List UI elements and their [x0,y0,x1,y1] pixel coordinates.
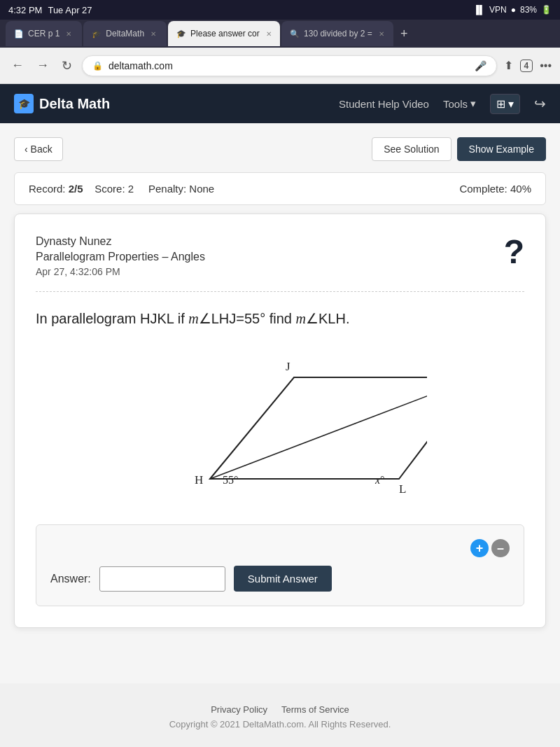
tab-130-close[interactable]: ✕ [377,29,386,39]
footer-links: Privacy Policy Terms of Service [14,704,546,715]
wifi-icon: ● [511,5,516,15]
signal-icon: ▐▌ [473,5,485,15]
tab-please-label: Please answer cor [190,29,260,39]
tab-130-icon: 🔍 [290,29,300,39]
angle-55: 55° [223,474,238,486]
label-j: J [286,360,290,373]
answer-label: Answer: [50,573,91,585]
tab-bar: 📄 CER p 1 ✕ 🎓 DeltaMath ✕ 🎓 Please answe… [0,20,560,48]
penalty-label: Penalty: [148,183,186,195]
tab-130[interactable]: 🔍 130 divided by 2 = ✕ [281,21,393,46]
status-bar: 4:32 PM Tue Apr 27 ▐▌ VPN ● 83% 🔋 [0,0,560,20]
student-date: Apr 27, 4:32:06 PM [36,266,205,277]
terms-of-service-link[interactable]: Terms of Service [281,704,349,715]
student-topic: Parallelogram Properties – Angles [36,251,205,263]
score-label: Score: [94,183,125,195]
battery-text: 83% [520,5,537,15]
angle-x: x° [374,474,385,486]
logout-button[interactable]: ↪ [534,95,546,112]
top-buttons-row: ‹ Back See Solution Show Example [14,137,546,161]
submit-answer-button[interactable]: Submit Answer [234,566,332,592]
complete-label: Complete: [459,183,507,195]
student-help-video-link[interactable]: Student Help Video [339,98,429,110]
address-input-container[interactable]: 🔒 deltamath.com 🎤 [82,55,497,76]
score-value: 2 [128,183,134,195]
share-button[interactable]: ⬆ [504,59,513,72]
complete-info: Complete: 40% [459,183,531,195]
student-info: Dynasty Nunez Parallelogram Properties –… [36,235,524,277]
divider [36,291,524,292]
student-details: Dynasty Nunez Parallelogram Properties –… [36,235,205,277]
label-h: H [195,473,203,487]
back-nav-button[interactable]: ← [8,55,27,76]
status-time: 4:32 PM [8,5,42,15]
deltamath-header: 🎓 Delta Math Student Help Video Tools ▾ … [0,84,560,123]
zoom-in-button[interactable]: + [470,539,489,557]
reload-button[interactable]: ↻ [59,55,75,76]
address-bar: ← → ↻ 🔒 deltamath.com 🎤 ⬆ 4 ••• [0,48,560,84]
logo-symbol: 🎓 [18,98,30,109]
record-bar: Record: 2/5 Score: 2 Penalty: None Compl… [14,172,546,205]
tab-cer-close[interactable]: ✕ [64,29,74,39]
address-icons: ⬆ 4 ••• [504,59,552,72]
tab-deltamath-close[interactable]: ✕ [148,29,158,39]
calculator-button[interactable]: ⊞ ▾ [490,94,520,114]
zoom-controls: + – [470,539,510,557]
parallelogram-shape [210,377,427,479]
answer-top-row: + – [50,539,510,557]
help-icon[interactable]: ? [504,235,524,269]
tools-menu-button[interactable]: Tools ▾ [443,97,476,110]
logo-text: Delta Math [39,96,110,112]
address-url: deltamath.com [108,60,469,71]
answer-input[interactable] [99,566,225,592]
logo-icon: 🎓 [14,94,34,113]
tab-deltamath[interactable]: 🎓 DeltaMath ✕ [83,21,167,46]
problem-text: In parallelogram HJKL if m∠LHJ=55° find … [36,309,524,328]
lock-icon: 🔒 [92,61,103,71]
status-left: 4:32 PM Tue Apr 27 [8,5,92,15]
record-label: Record: [29,183,66,195]
action-buttons: See Solution Show Example [372,137,546,161]
back-button[interactable]: ‹ Back [14,137,63,161]
problem-card: Dynasty Nunez Parallelogram Properties –… [14,214,546,628]
tab-deltamath-icon: 🎓 [92,29,102,39]
tab-count-badge[interactable]: 4 [520,60,533,72]
record-info: Record: 2/5 Score: 2 Penalty: None [29,183,214,195]
tab-deltamath-label: DeltaMath [106,29,144,39]
diagram-container: H J K L 55° x° [36,349,524,503]
complete-value: 40% [510,183,531,195]
tab-please-close[interactable]: ✕ [264,29,274,39]
parallelogram-diagram: H J K L 55° x° [133,349,427,503]
deltamath-logo: 🎓 Delta Math [14,94,339,113]
footer: Privacy Policy Terms of Service Copyrigh… [0,683,560,747]
see-solution-button[interactable]: See Solution [372,137,451,161]
new-tab-button[interactable]: + [395,24,414,44]
tab-please-icon: 🎓 [176,29,186,39]
deltamath-nav: Student Help Video Tools ▾ ⊞ ▾ ↪ [339,94,546,114]
calc-icon: ⊞ [496,97,505,111]
tab-130-label: 130 divided by 2 = [304,29,372,39]
answer-section: + – Answer: Submit Answer [36,524,524,606]
zoom-out-button[interactable]: – [491,539,510,557]
logout-icon: ↪ [534,96,546,111]
more-options-button[interactable]: ••• [540,60,552,72]
show-example-button[interactable]: Show Example [457,137,546,161]
student-name: Dynasty Nunez [36,235,205,248]
calc-chevron-icon: ▾ [508,97,514,111]
forward-nav-button[interactable]: → [34,55,52,76]
answer-input-row: Answer: Submit Answer [50,566,510,592]
tab-cer-label: CER p 1 [28,29,59,39]
tab-cer-icon: 📄 [14,29,24,39]
microphone-icon: 🎤 [475,60,486,71]
label-l: L [399,482,406,496]
status-right: ▐▌ VPN ● 83% 🔋 [473,5,552,15]
tab-cer[interactable]: 📄 CER p 1 ✕ [6,21,82,46]
status-date: Tue Apr 27 [48,5,92,15]
tools-label: Tools [443,98,468,110]
copyright-text: Copyright © 2021 DeltaMath.com. All Righ… [14,719,546,729]
vpn-badge: VPN [489,5,507,15]
diagonal-line [210,377,427,479]
privacy-policy-link[interactable]: Privacy Policy [211,704,267,715]
battery-icon: 🔋 [541,5,552,15]
tab-please-answer[interactable]: 🎓 Please answer cor ✕ [168,21,280,46]
